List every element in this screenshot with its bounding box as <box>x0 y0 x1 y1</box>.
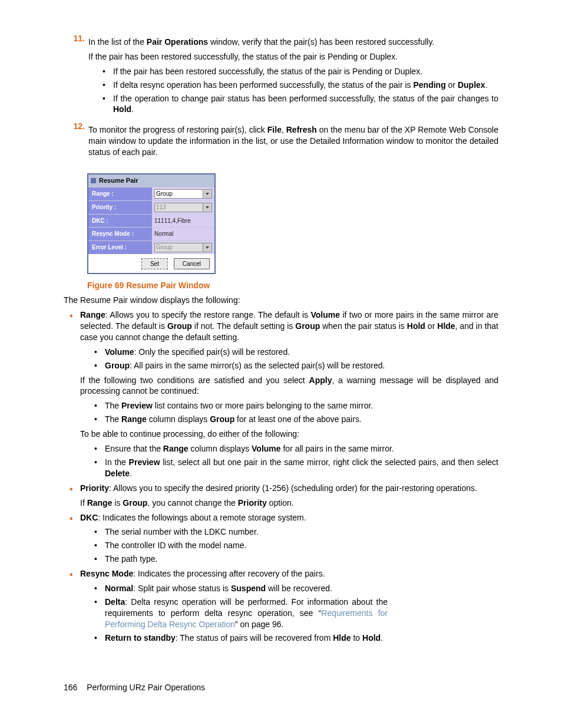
figure-caption: Figure 69 Resume Pair Window <box>87 280 498 291</box>
window-title: Resume Pair <box>99 176 138 185</box>
window-titlebar: Resume Pair <box>88 174 214 187</box>
item-resync: Resync Mode: Indicates the processing af… <box>70 568 498 643</box>
row-dkc: DKC : 11111,4,Fibre <box>88 214 214 228</box>
step-body: In the list of the Pair Operations windo… <box>88 33 498 118</box>
list-item: Group: All pairs in the same mirror(s) a… <box>94 360 498 371</box>
chapter-title: Performing URz Pair Operations <box>87 683 205 692</box>
step-11: 11. In the list of the Pair Operations w… <box>64 33 498 118</box>
error-level-dropdown: Group <box>154 243 212 252</box>
list-item: Delta: Delta resync operation will be pe… <box>94 597 388 630</box>
step-12: 12. To monitor the progress of restoring… <box>64 121 498 162</box>
bullet-list: If the pair has been restored successful… <box>103 66 498 116</box>
button-row: Set Cancel <box>88 254 214 274</box>
page-footer: 166 Performing URz Pair Operations <box>64 682 498 693</box>
list-item: If the operation to change pair status h… <box>103 93 498 116</box>
priority-dropdown: 113 <box>154 203 212 212</box>
feature-list: Range: Allows you to specify the restore… <box>70 309 498 643</box>
step-number: 11. <box>64 33 85 118</box>
list-item: If the pair has been restored successful… <box>103 66 498 77</box>
range-dropdown[interactable]: Group <box>154 189 212 199</box>
text: If the pair has been restored successful… <box>88 51 498 62</box>
window-icon <box>91 178 96 183</box>
item-range: Range: Allows you to specify the restore… <box>70 309 498 479</box>
text: If the following two conditions are sati… <box>80 375 498 397</box>
list-item: The serial number with the LDKC number. <box>94 526 498 538</box>
resync-value: Normal <box>152 227 214 241</box>
list-item: In the Preview list, select all but one … <box>94 457 498 479</box>
text: In the list of the Pair Operations windo… <box>88 37 498 48</box>
text: If Range is Group, you cannot change the… <box>80 498 498 509</box>
intro-text: The Resume Pair window displays the foll… <box>64 295 498 306</box>
list-item: The Range column displays Group for at l… <box>94 414 498 425</box>
list-item: The path type. <box>94 554 498 565</box>
set-button[interactable]: Set <box>141 258 168 270</box>
text: To be able to continue processing, do ei… <box>80 429 498 440</box>
step-body: To monitor the progress of restoring pai… <box>88 124 498 158</box>
item-priority: Priority: Allows you to specify the desi… <box>70 483 498 509</box>
chevron-down-icon[interactable] <box>203 190 211 198</box>
list-item: Return to standby: The status of pairs w… <box>94 633 498 644</box>
list-item: The Preview list contains two or more pa… <box>94 400 498 411</box>
dkc-value: 11111,4,Fibre <box>152 214 214 228</box>
item-dkc: DKC: Indicates the followings about a re… <box>70 512 498 565</box>
list-item: The controller ID with the model name. <box>94 540 498 551</box>
cancel-button[interactable]: Cancel <box>174 258 210 270</box>
row-range: Range : Group <box>88 187 214 200</box>
row-error: Error Level : Group <box>88 241 214 254</box>
list-item: Volume: Only the specified pair(s) will … <box>94 347 498 358</box>
page-number: 166 <box>64 682 77 693</box>
row-resync: Resync Mode : Normal <box>88 227 214 241</box>
list-item: Ensure that the Range column displays Vo… <box>94 443 498 454</box>
step-number: 12. <box>64 121 85 162</box>
row-priority: Priority : 113 <box>88 200 214 214</box>
resume-pair-window: Resume Pair Range : Group Priority : 113… <box>87 173 216 274</box>
chevron-down-icon <box>203 243 211 252</box>
list-item: Normal: Split pair whose status is Suspe… <box>94 583 498 594</box>
list-item: If delta resync operation has been perfo… <box>103 80 498 91</box>
chevron-down-icon <box>203 203 211 212</box>
